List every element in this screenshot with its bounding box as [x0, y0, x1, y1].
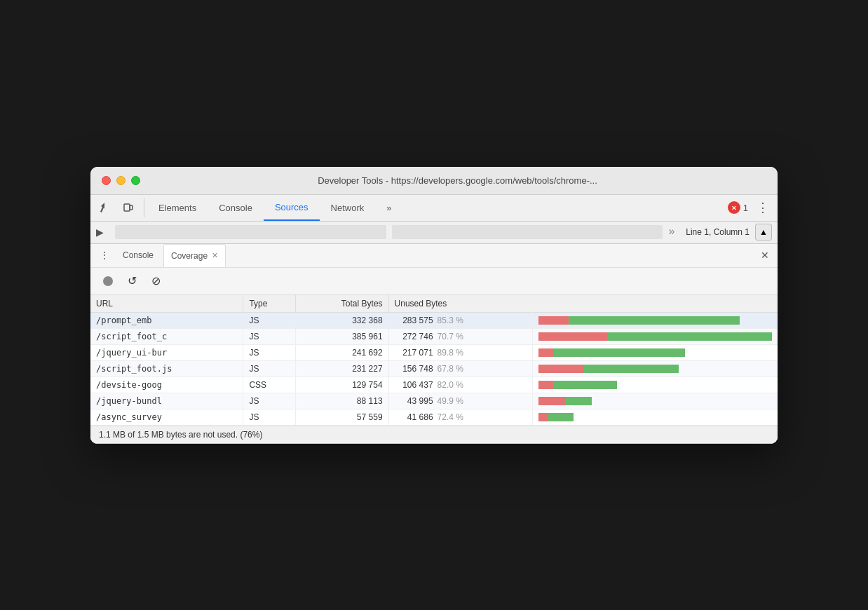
panel-drawer: ⋮ Console Coverage ✕ ✕ ↺ ⊘ URL Type — [90, 244, 778, 444]
table-row[interactable]: /prompt_emb JS 332 368 283 575 85.3 % — [90, 312, 778, 328]
record-button[interactable] — [99, 272, 117, 290]
drawer-tab-console[interactable]: Console — [116, 244, 161, 267]
table-row[interactable]: /jquery_ui-bur JS 241 692 217 071 89.8 % — [90, 344, 778, 360]
table-row[interactable]: /devsite-goog CSS 129 754 106 437 82.0 % — [90, 377, 778, 393]
toolbar-icons — [96, 198, 144, 217]
cell-url: /prompt_emb — [90, 312, 243, 328]
cell-url: /async_survey — [90, 409, 243, 425]
maximize-button[interactable] — [131, 176, 140, 185]
drawer-tab-coverage[interactable]: Coverage ✕ — [163, 244, 226, 267]
status-text: 1.1 MB of 1.5 MB bytes are not used. (76… — [99, 430, 262, 440]
traffic-lights — [102, 176, 140, 185]
drawer-tabs: ⋮ Console Coverage ✕ ✕ — [90, 244, 778, 268]
cell-url: /script_foot_c — [90, 328, 243, 344]
cell-type: JS — [243, 344, 296, 360]
error-count: 1 — [743, 203, 748, 213]
unused-pct: 49.9 % — [438, 396, 466, 406]
col-unused: Unused Bytes — [388, 295, 778, 313]
tab-console[interactable]: Console — [208, 195, 264, 221]
cell-total: 332 368 — [296, 312, 388, 328]
cell-url: /jquery-bundl — [90, 393, 243, 409]
cell-bar — [533, 409, 778, 425]
coverage-table: URL Type Total Bytes Unused Bytes /promp… — [90, 295, 778, 426]
unused-pct: 82.0 % — [438, 380, 466, 390]
cell-type: JS — [243, 360, 296, 377]
cell-bar — [533, 393, 778, 409]
cell-total: 88 113 — [296, 393, 388, 409]
drawer-menu-icon[interactable]: ⋮ — [96, 247, 113, 264]
cell-url: /script_foot.js — [90, 360, 243, 377]
table-header: URL Type Total Bytes Unused Bytes — [90, 295, 778, 313]
cell-unused: 41 686 72.4 % — [388, 409, 533, 425]
cell-total: 57 559 — [296, 409, 388, 425]
cell-total: 129 754 — [296, 377, 388, 393]
cell-unused: 283 575 85.3 % — [388, 312, 533, 328]
unused-pct: 89.8 % — [438, 348, 466, 358]
close-button[interactable] — [102, 176, 111, 185]
col-total: Total Bytes — [296, 295, 388, 313]
tab-more[interactable]: » — [375, 195, 402, 221]
unused-bytes: 106 437 — [395, 380, 433, 390]
reload-button[interactable]: ↺ — [123, 272, 141, 290]
minimize-button[interactable] — [116, 176, 126, 185]
panel-toggle-icon[interactable]: ▶ — [96, 226, 104, 238]
cell-bar — [533, 328, 778, 344]
cell-total: 241 692 — [296, 344, 388, 360]
unused-pct: 70.7 % — [438, 332, 466, 341]
cell-bar — [533, 360, 778, 377]
table-row[interactable]: /script_foot.js JS 231 227 156 748 67.8 … — [90, 360, 778, 377]
col-url: URL — [90, 295, 243, 313]
coverage-toolbar: ↺ ⊘ — [90, 268, 778, 295]
table-row[interactable]: /script_foot_c JS 385 961 272 746 70.7 % — [90, 328, 778, 344]
unused-bytes: 217 071 — [395, 348, 433, 358]
tab-elements[interactable]: Elements — [147, 195, 208, 221]
col-type: Type — [243, 295, 296, 313]
svg-rect-1 — [130, 205, 133, 210]
unused-bytes: 283 575 — [395, 316, 433, 325]
tab-network[interactable]: Network — [320, 195, 376, 221]
clear-button[interactable]: ⊘ — [147, 272, 165, 290]
cell-unused: 43 995 49.9 % — [388, 393, 533, 409]
format-icon[interactable]: ▲ — [755, 224, 772, 240]
toolbar-right: ✕ 1 ⋮ — [728, 197, 772, 218]
cell-bar — [533, 344, 778, 360]
unused-bytes: 43 995 — [395, 396, 433, 406]
table-row[interactable]: /jquery-bundl JS 88 113 43 995 49.9 % — [90, 393, 778, 409]
unused-bytes: 156 748 — [395, 364, 433, 374]
svg-rect-0 — [124, 204, 130, 211]
title-bar: Developer Tools - https://developers.goo… — [90, 167, 778, 195]
cell-type: JS — [243, 328, 296, 344]
cell-unused: 156 748 67.8 % — [388, 360, 533, 377]
unused-bytes: 41 686 — [395, 412, 433, 422]
main-tabs: Elements Console Sources Network » — [147, 195, 728, 221]
tab-sources[interactable]: Sources — [264, 195, 320, 221]
inspect-icon[interactable] — [96, 198, 116, 217]
devtools-window: Developer Tools - https://developers.goo… — [90, 167, 778, 444]
coverage-tab-close-icon[interactable]: ✕ — [212, 251, 218, 260]
unused-pct: 67.8 % — [438, 364, 466, 374]
cell-url: /jquery_ui-bur — [90, 344, 243, 360]
unused-bytes: 272 746 — [395, 332, 433, 341]
cell-type: CSS — [243, 377, 296, 393]
secondary-more-icon[interactable]: » — [668, 225, 674, 239]
unused-pct: 85.3 % — [438, 316, 466, 325]
drawer-close-icon[interactable]: ✕ — [758, 248, 772, 262]
cell-total: 385 961 — [296, 328, 388, 344]
cell-bar — [533, 312, 778, 328]
window-title: Developer Tools - https://developers.goo… — [149, 175, 766, 186]
devtools-toolbar: Elements Console Sources Network » ✕ — [90, 195, 778, 222]
secondary-toolbar: ▶ » Line 1, Column 1 ▲ — [90, 222, 778, 244]
cell-type: JS — [243, 409, 296, 425]
svg-text:✕: ✕ — [731, 205, 737, 212]
table-row[interactable]: /async_survey JS 57 559 41 686 72.4 % — [90, 409, 778, 425]
cell-url: /devsite-goog — [90, 377, 243, 393]
cell-total: 231 227 — [296, 360, 388, 377]
cell-unused: 217 071 89.8 % — [388, 344, 533, 360]
cell-unused: 272 746 70.7 % — [388, 328, 533, 344]
overflow-menu-icon[interactable]: ⋮ — [754, 197, 772, 218]
unused-pct: 72.4 % — [438, 412, 466, 422]
cell-type: JS — [243, 312, 296, 328]
cell-unused: 106 437 82.0 % — [388, 377, 533, 393]
device-toolbar-icon[interactable] — [118, 198, 138, 217]
cell-type: JS — [243, 393, 296, 409]
